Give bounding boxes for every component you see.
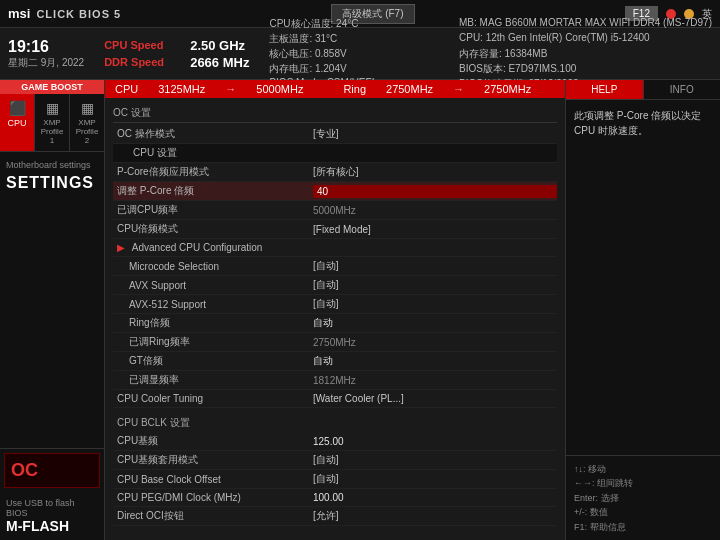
cpu-speed-value: 2.50 GHz bbox=[190, 38, 245, 53]
sysinfo-item-0: CPU核心温度: 24°C bbox=[269, 17, 439, 31]
settings-row-2[interactable]: P-Core倍频应用模式[所有核心] bbox=[113, 163, 557, 182]
settings-row-10[interactable]: Ring倍频自动 bbox=[113, 314, 557, 333]
settings-row-12[interactable]: GT倍频自动 bbox=[113, 352, 557, 371]
settings-row-8[interactable]: AVX Support[自动] bbox=[113, 276, 557, 295]
oc-label: OC bbox=[11, 460, 93, 481]
clock-area: 19:16 星期二 9月, 2022 bbox=[8, 38, 84, 70]
speeds-area: CPU Speed 2.50 GHz DDR Speed 2666 MHz bbox=[104, 38, 249, 70]
help-text: 此项调整 P-Core 倍频以决定 CPU 时脉速度。 bbox=[574, 108, 712, 138]
setting-value-2: [所有核心] bbox=[313, 165, 557, 179]
setting-name-8: AVX Support bbox=[113, 280, 313, 291]
setting-value-5: [Fixed Mode] bbox=[313, 224, 557, 235]
settings-row-0[interactable]: OC 操作模式[专业] bbox=[113, 125, 557, 144]
settings-row-2[interactable]: CPU Base Clock Offset[自动] bbox=[113, 470, 557, 489]
settings-row-1[interactable]: CPU 设置 bbox=[113, 144, 557, 163]
setting-name-4: Direct OCI按钮 bbox=[113, 509, 313, 523]
setting-value-3[interactable]: 40 bbox=[313, 185, 557, 198]
oc-header-bar: CPU 3125MHz → 5000MHz Ring 2750MHz → 275… bbox=[105, 80, 565, 98]
xmp2-icon: ▦ bbox=[74, 100, 100, 116]
footer-key-1: ←→: 组间跳转 bbox=[574, 476, 712, 490]
left-sidebar: GAME BOOST ⬛ CPU ▦ XMP Profile 1 ▦ XMP P… bbox=[0, 80, 105, 540]
settings-area[interactable]: OC 设置 OC 操作模式[专业]CPU 设置P-Core倍频应用模式[所有核心… bbox=[105, 98, 565, 540]
footer-key-2: Enter: 选择 bbox=[574, 491, 712, 505]
settings-row-0[interactable]: CPU基频125.00 bbox=[113, 432, 557, 451]
setting-value-0: 125.00 bbox=[313, 436, 557, 447]
setting-name-14: CPU Cooler Tuning bbox=[113, 393, 313, 404]
oc-cpu-to: 5000MHz bbox=[256, 83, 303, 95]
setting-value-0: [专业] bbox=[313, 127, 557, 141]
footer-key-4: F1: 帮助信息 bbox=[574, 520, 712, 534]
setting-name-6: ▶ Advanced CPU Configuration bbox=[113, 242, 313, 253]
help-content: 此项调整 P-Core 倍频以决定 CPU 时脉速度。 bbox=[566, 100, 720, 455]
settings-row-1[interactable]: CPU基频套用模式[自动] bbox=[113, 451, 557, 470]
help-tab[interactable]: HELP bbox=[566, 80, 644, 99]
expand-arrow-icon: ▶ bbox=[117, 242, 128, 253]
clock-date: 星期二 9月, 2022 bbox=[8, 56, 84, 70]
setting-value-9: [自动] bbox=[313, 297, 557, 311]
settings-row-9[interactable]: AVX-512 Support[自动] bbox=[113, 295, 557, 314]
msi-logo: msi bbox=[8, 6, 30, 21]
setting-name-7: Microcode Selection bbox=[113, 261, 313, 272]
setting-name-11: 已调Ring频率 bbox=[113, 335, 313, 349]
settings-row-4[interactable]: Direct OCI按钮[允许] bbox=[113, 507, 557, 526]
setting-name-10: Ring倍频 bbox=[113, 316, 313, 330]
sysinfo-item-1: MB: MAG B660M MORTAR MAX WIFI DDR4 (MS-7… bbox=[459, 17, 712, 31]
nav-tab-cpu[interactable]: ⬛ CPU bbox=[0, 94, 35, 151]
oc-section[interactable]: OC bbox=[4, 453, 100, 488]
oc-cpu-from: 3125MHz bbox=[158, 83, 205, 95]
settings-row-3[interactable]: 调整 P-Core 倍频40 bbox=[113, 182, 557, 201]
setting-value-8: [自动] bbox=[313, 278, 557, 292]
settings-row-5[interactable]: CPU倍频模式[Fixed Mode] bbox=[113, 220, 557, 239]
click-bios-title: CLICK BIOS 5 bbox=[36, 8, 121, 20]
flash-main: M-FLASH bbox=[6, 518, 98, 534]
setting-name-1: CPU基频套用模式 bbox=[113, 453, 313, 467]
settings-row-11[interactable]: 已调Ring频率2750MHz bbox=[113, 333, 557, 352]
bclk-section-header: CPU BCLK 设置 bbox=[113, 412, 557, 432]
xmp1-icon: ▦ bbox=[39, 100, 65, 116]
oc-cpu-label: CPU bbox=[115, 83, 138, 95]
clock-time: 19:16 bbox=[8, 38, 84, 56]
setting-value-2: [自动] bbox=[313, 472, 557, 486]
second-bar: 19:16 星期二 9月, 2022 CPU Speed 2.50 GHz DD… bbox=[0, 28, 720, 80]
setting-name-9: AVX-512 Support bbox=[113, 299, 313, 310]
setting-value-10: 自动 bbox=[313, 316, 557, 330]
cpu-speed-label: CPU Speed bbox=[104, 39, 184, 51]
setting-value-4: [允许] bbox=[313, 509, 557, 523]
nav-tab-xmp1[interactable]: ▦ XMP Profile 1 bbox=[35, 94, 70, 151]
right-panel-tabs: HELP INFO bbox=[566, 80, 720, 100]
oc-section-header: OC 设置 bbox=[113, 102, 557, 123]
setting-value-12: 自动 bbox=[313, 354, 557, 368]
setting-value-11: 2750MHz bbox=[313, 337, 557, 348]
bclk-rows: CPU基频125.00CPU基频套用模式[自动]CPU Base Clock O… bbox=[113, 432, 557, 526]
setting-name-2: CPU Base Clock Offset bbox=[113, 474, 313, 485]
settings-row-7[interactable]: Microcode Selection[自动] bbox=[113, 257, 557, 276]
settings-row-3[interactable]: CPU PEG/DMI Clock (MHz)100.00 bbox=[113, 489, 557, 507]
settings-row-14[interactable]: CPU Cooler Tuning[Water Cooler (PL...] bbox=[113, 390, 557, 408]
setting-name-3: CPU PEG/DMI Clock (MHz) bbox=[113, 492, 313, 503]
game-boost-label: GAME BOOST bbox=[0, 80, 104, 94]
info-tab[interactable]: INFO bbox=[644, 80, 721, 99]
setting-name-2: P-Core倍频应用模式 bbox=[113, 165, 313, 179]
sysinfo-item-3: CPU: 12th Gen Intel(R) Core(TM) i5-12400 bbox=[459, 32, 712, 46]
nav-tab-xmp2[interactable]: ▦ XMP Profile 2 bbox=[70, 94, 104, 151]
cpu-icon: ⬛ bbox=[4, 100, 30, 116]
setting-value-1: [自动] bbox=[313, 453, 557, 467]
footer-key-3: +/-: 数值 bbox=[574, 505, 712, 519]
main-layout: GAME BOOST ⬛ CPU ▦ XMP Profile 1 ▦ XMP P… bbox=[0, 80, 720, 540]
setting-name-4: 已调CPU频率 bbox=[113, 203, 313, 217]
sysinfo-item-6: 内存电压: 1.204V bbox=[269, 62, 439, 76]
setting-name-13: 已调显频率 bbox=[113, 373, 313, 387]
nav-tab-cpu-label: CPU bbox=[4, 118, 30, 128]
ddr-speed-row: DDR Speed 2666 MHz bbox=[104, 55, 249, 70]
oc-ring-to: 2750MHz bbox=[484, 83, 531, 95]
ddr-speed-value: 2666 MHz bbox=[190, 55, 249, 70]
setting-value-3: 100.00 bbox=[313, 492, 557, 503]
settings-row-13[interactable]: 已调显频率1812MHz bbox=[113, 371, 557, 390]
setting-value-14: [Water Cooler (PL...] bbox=[313, 393, 557, 404]
setting-name-5: CPU倍频模式 bbox=[113, 222, 313, 236]
ddr-speed-label: DDR Speed bbox=[104, 56, 184, 68]
nav-tab-xmp1-label: XMP Profile 1 bbox=[39, 118, 65, 145]
right-panel: HELP INFO 此项调整 P-Core 倍频以决定 CPU 时脉速度。 ↑↓… bbox=[565, 80, 720, 540]
settings-row-6[interactable]: ▶ Advanced CPU Configuration bbox=[113, 239, 557, 257]
settings-row-4[interactable]: 已调CPU频率5000MHz bbox=[113, 201, 557, 220]
